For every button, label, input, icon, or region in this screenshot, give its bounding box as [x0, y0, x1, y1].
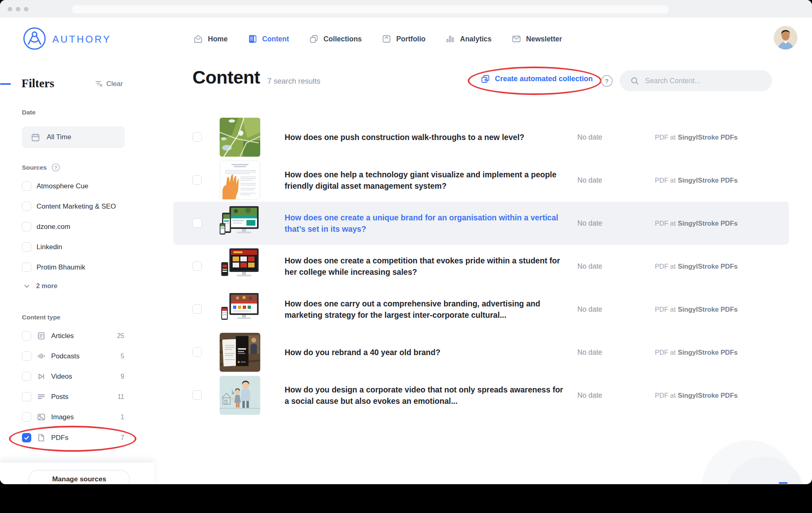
- image-icon: [37, 412, 46, 422]
- type-label: Videos: [51, 373, 72, 381]
- source-filter-linkedin[interactable]: Linkedin: [22, 242, 62, 252]
- filters-title: Filters: [22, 77, 54, 90]
- brand-wordmark[interactable]: AUTHORY: [52, 34, 111, 45]
- nav-item-collections[interactable]: Collections: [309, 34, 362, 44]
- search-placeholder: Search Content...: [645, 77, 700, 85]
- row-checkbox[interactable]: [192, 261, 202, 271]
- table-row[interactable]: How does one push construction walk-thro…: [173, 116, 789, 159]
- row-checkbox[interactable]: [192, 175, 202, 185]
- checkbox-checked[interactable]: [22, 433, 31, 442]
- type-count: 25: [117, 332, 124, 340]
- date-range-button[interactable]: All Time: [22, 126, 125, 148]
- date-range-value: All Time: [47, 133, 71, 141]
- row-checkbox[interactable]: [192, 390, 202, 400]
- create-automated-collection-button[interactable]: Create automated collection: [480, 74, 593, 84]
- nav-label: Portfolio: [396, 35, 425, 43]
- type-label: Podcasts: [51, 352, 80, 360]
- content-title[interactable]: How does one create a unique brand for a…: [285, 202, 569, 245]
- authory-a-icon[interactable]: [23, 27, 46, 50]
- portfolio-icon: [381, 34, 392, 44]
- search-input[interactable]: Search Content...: [620, 70, 772, 91]
- source-filter-atmosphere-cue[interactable]: Atmosphere Cue: [22, 181, 89, 191]
- table-row[interactable]: How do you rebrand a 40 year old brand? …: [173, 331, 789, 374]
- content-title[interactable]: How do you design a corporate video that…: [285, 374, 569, 417]
- clear-filters-button[interactable]: Clear: [95, 80, 123, 88]
- source-label: dzone.com: [37, 223, 70, 231]
- row-checkbox[interactable]: [192, 218, 202, 228]
- content-title[interactable]: How does one help a technology giant vis…: [285, 159, 569, 202]
- url-bar[interactable]: [72, 5, 669, 13]
- source-cell: PDF atSingylStroke PDFs: [655, 245, 738, 288]
- question-circle-icon[interactable]: ?: [601, 75, 613, 87]
- type-count: 1: [121, 414, 124, 421]
- traffic-light-minimize-icon[interactable]: [16, 7, 20, 11]
- checkbox[interactable]: [22, 181, 31, 191]
- thumbnail-document-hand[interactable]: [220, 161, 260, 200]
- thumbnail-map-aerial[interactable]: [220, 118, 260, 157]
- traffic-light-zoom-icon[interactable]: [24, 7, 28, 11]
- checkbox[interactable]: [22, 222, 31, 231]
- content-title[interactable]: How do you rebrand a 40 year old brand?: [285, 331, 569, 374]
- thumbnail-illustration-people[interactable]: [220, 376, 260, 415]
- video-icon: [37, 372, 46, 381]
- row-checkbox[interactable]: [192, 132, 202, 142]
- row-checkbox[interactable]: [192, 304, 202, 314]
- type-filter-podcasts[interactable]: Podcasts 5: [22, 351, 124, 361]
- main-nav: Home Content Collections: [193, 32, 562, 46]
- type-label: Posts: [51, 393, 69, 401]
- checkbox[interactable]: [22, 412, 31, 422]
- type-count: 9: [121, 373, 124, 380]
- nav-item-analytics[interactable]: Analytics: [445, 34, 492, 44]
- show-more-sources-button[interactable]: 2 more: [23, 282, 57, 290]
- type-filter-articles[interactable]: Articles 25: [22, 331, 124, 341]
- nav-item-portfolio[interactable]: Portfolio: [381, 34, 425, 44]
- thumbnail-brochure-pages[interactable]: [220, 333, 260, 372]
- source-filter-dzone[interactable]: dzone.com: [22, 222, 70, 231]
- checkbox[interactable]: [22, 351, 31, 361]
- source-filter-protim-bhaumik[interactable]: Protim Bhaumik: [22, 263, 85, 272]
- type-filter-images[interactable]: Images 1: [22, 412, 124, 422]
- nav-item-newsletter[interactable]: Newsletter: [511, 34, 562, 44]
- source-cell: PDF atSingylStroke PDFs: [655, 331, 738, 374]
- checkbox[interactable]: [22, 242, 31, 252]
- browser-window: AUTHORY Home Content: [0, 0, 812, 484]
- content-title[interactable]: How does one carry out a comprehensive b…: [285, 288, 569, 331]
- user-avatar[interactable]: [774, 26, 797, 50]
- checkbox[interactable]: [22, 331, 31, 341]
- table-row[interactable]: How do you design a corporate video that…: [173, 374, 789, 417]
- thumbnail-devices-teal-site[interactable]: [220, 204, 260, 243]
- type-filter-pdfs[interactable]: PDFs 7: [22, 433, 124, 442]
- article-icon: [37, 331, 46, 341]
- type-label: PDFs: [51, 434, 69, 442]
- nav-label: Content: [262, 35, 289, 43]
- date-cell: No date: [577, 202, 602, 245]
- traffic-light-close-icon[interactable]: [8, 7, 12, 11]
- source-label: Content Marketing & SEO: [37, 203, 116, 211]
- content-title[interactable]: How does one create a competition that e…: [285, 245, 569, 288]
- source-cell: PDF atSingylStroke PDFs: [655, 202, 738, 245]
- nav-item-content[interactable]: Content: [247, 34, 289, 44]
- content-title[interactable]: How does one push construction walk-thro…: [285, 116, 569, 159]
- table-row-highlighted[interactable]: How does one create a unique brand for a…: [173, 202, 789, 245]
- row-checkbox[interactable]: [192, 347, 202, 357]
- checkbox[interactable]: [22, 263, 31, 272]
- nav-item-home[interactable]: Home: [193, 34, 228, 44]
- source-filter-content-marketing[interactable]: Content Marketing & SEO: [22, 202, 116, 211]
- checkbox[interactable]: [22, 372, 31, 381]
- table-row[interactable]: How does one create a competition that e…: [173, 245, 789, 288]
- checkbox[interactable]: [22, 202, 31, 211]
- source-label: Protim Bhaumik: [37, 263, 85, 272]
- question-circle-icon[interactable]: ?: [52, 163, 60, 172]
- type-filter-videos[interactable]: Videos 9: [22, 372, 124, 381]
- type-count: 11: [117, 393, 124, 401]
- date-section-label: Date: [22, 109, 36, 116]
- thumbnail-devices-dark-site[interactable]: [220, 247, 260, 286]
- table-row[interactable]: How does one help a technology giant vis…: [173, 159, 789, 202]
- checkbox[interactable]: [22, 392, 31, 401]
- date-cell: No date: [577, 331, 602, 374]
- manage-sources-button[interactable]: Manage sources: [28, 470, 130, 484]
- thumbnail-devices-red-site[interactable]: [220, 290, 260, 329]
- source-cell: PDF atSingylStroke PDFs: [655, 159, 738, 202]
- type-filter-posts[interactable]: Posts 11: [22, 392, 124, 401]
- table-row[interactable]: How does one carry out a comprehensive b…: [173, 288, 789, 331]
